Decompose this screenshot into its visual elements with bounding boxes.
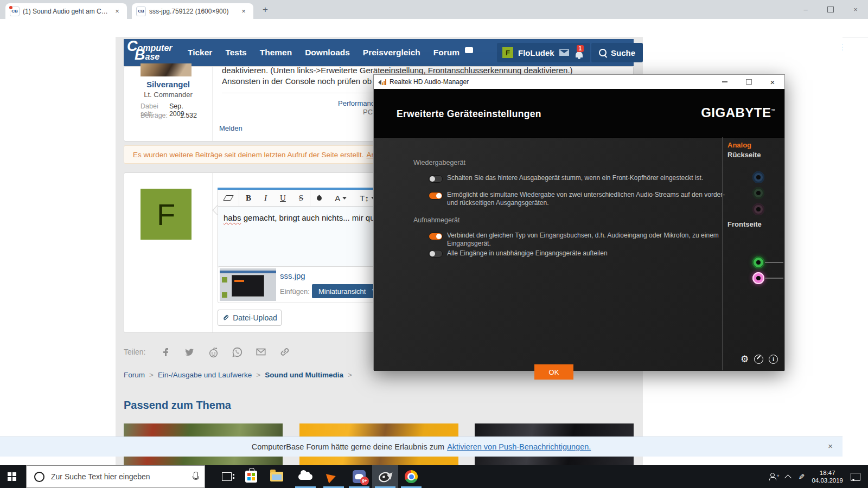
discord-button[interactable]: 9+ xyxy=(346,465,372,488)
speaker-app-icon xyxy=(378,79,386,86)
tab-close-icon[interactable]: × xyxy=(239,7,248,15)
microsoft-store-button[interactable] xyxy=(238,465,264,488)
browser-tab-2[interactable]: CB sss-jpg.759122 (868×488) × xyxy=(132,3,253,19)
tray-chevron-up-icon[interactable] xyxy=(784,474,792,481)
people-icon[interactable]: + xyxy=(769,473,778,480)
misspelled-word: habs xyxy=(224,213,241,222)
separate-inputs-label: Alle Eingänge in unabhängige Eingangsger… xyxy=(447,249,729,258)
twitter-icon[interactable] xyxy=(183,346,195,358)
permalink-icon[interactable] xyxy=(279,346,291,358)
insert-label: Einfügen: xyxy=(280,287,310,296)
separate-inputs-toggle[interactable] xyxy=(429,250,443,258)
computerbase-logo[interactable]: Computer Base xyxy=(127,42,173,61)
simultaneous-playback-toggle[interactable] xyxy=(429,192,443,200)
file-upload-button[interactable]: Datei-Upload xyxy=(218,310,282,326)
realtek-audio-manager-window: Realtek HD Audio-Manager × Erweiterte Ge… xyxy=(373,74,785,370)
report-link[interactable]: Melden xyxy=(219,124,242,132)
browser-tab-1[interactable]: CB (1) Sound Audio geht am Compu × xyxy=(5,3,127,19)
rear-linein-jack-icon[interactable] xyxy=(752,171,764,183)
realtek-taskbar-button[interactable] xyxy=(372,465,398,488)
thumbnail-insert-button[interactable]: Miniaturansicht xyxy=(312,284,372,298)
tab-title: (1) Sound Audio geht am Compu xyxy=(23,8,110,15)
notifications-button[interactable]: 1 xyxy=(574,47,585,59)
attachment-thumbnail[interactable] xyxy=(220,268,276,301)
reddit-icon[interactable] xyxy=(207,346,219,358)
messages-icon[interactable] xyxy=(559,49,569,56)
store-icon xyxy=(245,471,257,483)
start-button[interactable] xyxy=(8,472,16,481)
wrench-icon[interactable] xyxy=(754,355,763,364)
posts-value: 1.532 xyxy=(180,112,197,119)
system-tray: + ✎ 18:47 04.03.2019 xyxy=(769,465,868,488)
site-search-button[interactable]: Suche xyxy=(591,43,643,62)
mute-rear-toggle[interactable] xyxy=(429,175,443,183)
maximize-icon[interactable] xyxy=(818,0,843,19)
push-permission-banner: ComputerBase Forum hätte gerne deine Erl… xyxy=(0,436,843,457)
remove-format-button[interactable] xyxy=(218,195,239,201)
folder-icon xyxy=(270,472,283,481)
ok-button[interactable]: OK xyxy=(534,364,573,380)
file-explorer-button[interactable] xyxy=(264,465,290,488)
breadcrumb-current[interactable]: Sound und Multimedia xyxy=(265,371,343,379)
nav-item-downloads[interactable]: Downloads xyxy=(305,48,350,57)
new-tab-button[interactable]: + xyxy=(263,4,268,15)
breadcrumb-forum[interactable]: Forum xyxy=(124,371,145,379)
whatsapp-icon[interactable] xyxy=(231,346,243,358)
info-icon[interactable] xyxy=(769,355,778,364)
facebook-icon[interactable] xyxy=(159,346,171,358)
nav-item-tests[interactable]: Tests xyxy=(225,48,246,57)
eraser-icon xyxy=(223,195,234,201)
banner-close-icon[interactable]: × xyxy=(828,441,833,451)
realtek-titlebar[interactable]: Realtek HD Audio-Manager × xyxy=(374,75,784,89)
ink-pen-icon[interactable]: ✎ xyxy=(797,473,806,480)
user-menu[interactable]: F FloLudek 1 xyxy=(497,43,590,62)
underline-button[interactable]: U xyxy=(273,194,292,203)
bold-button[interactable]: B xyxy=(239,194,258,203)
realtek-close-icon[interactable]: × xyxy=(761,75,784,89)
realtek-maximize-icon[interactable] xyxy=(737,75,761,89)
italic-button[interactable]: I xyxy=(258,194,273,203)
realtek-dialog-header: Erweiterte Geräteeinstellungen GIGABYTE™ xyxy=(374,89,784,137)
author-avatar[interactable] xyxy=(141,63,192,76)
tab-close-icon[interactable]: × xyxy=(113,7,122,15)
text-color-button[interactable] xyxy=(310,196,328,201)
share-label: Teilen: xyxy=(124,348,145,356)
settings-gear-icon[interactable]: ⚙ xyxy=(741,355,749,364)
email-icon[interactable] xyxy=(255,346,267,358)
font-family-button[interactable]: A xyxy=(328,194,353,203)
taskbar-clock[interactable]: 18:47 04.03.2019 xyxy=(812,469,843,484)
app-button-orange[interactable] xyxy=(321,465,347,488)
breadcrumb-category[interactable]: Ein-/Ausgabe und Laufwerke xyxy=(158,371,252,379)
task-view-button[interactable] xyxy=(214,465,240,488)
paperclip-icon xyxy=(222,314,229,322)
simultaneous-playback-label: Ermöglicht die simultane Wiedergabe von … xyxy=(447,191,729,207)
strikethrough-button[interactable]: S xyxy=(292,194,310,203)
rear-lineout-jack-icon[interactable] xyxy=(752,187,764,199)
user-avatar: F xyxy=(502,47,513,58)
attachment-filename[interactable]: sss.jpg xyxy=(280,271,305,280)
merge-inputs-toggle[interactable] xyxy=(429,233,443,240)
front-mic-jack-icon[interactable] xyxy=(752,272,764,284)
nav-item-themen[interactable]: Themen xyxy=(260,48,292,57)
analog-tab-label[interactable]: Analog xyxy=(727,141,751,149)
author-rank: Lt. Commander xyxy=(124,91,212,99)
signature-line1[interactable]: Performance xyxy=(338,99,378,107)
rear-mic-jack-icon[interactable] xyxy=(752,203,764,215)
onedrive-button[interactable] xyxy=(292,465,318,488)
merge-inputs-label: Verbindet den gleichen Typ von Eingangsb… xyxy=(447,232,729,248)
nav-item-preisvergleich[interactable]: Preisvergleich xyxy=(363,48,420,57)
realtek-minimize-icon[interactable] xyxy=(713,75,737,89)
chrome-button[interactable] xyxy=(398,465,424,488)
action-center-icon[interactable] xyxy=(851,473,860,481)
computerbase-favicon: CB xyxy=(136,7,146,16)
microphone-icon[interactable] xyxy=(194,472,198,479)
minimize-icon[interactable]: – xyxy=(793,0,818,19)
close-icon[interactable]: × xyxy=(843,0,868,19)
author-name[interactable]: Silverangel xyxy=(124,80,212,89)
nav-item-forum[interactable]: Forum xyxy=(433,48,459,57)
discord-badge: 9+ xyxy=(360,477,369,485)
enable-push-link[interactable]: Aktivieren von Push-Benachrichtigungen. xyxy=(447,442,591,451)
taskbar-search[interactable]: Zur Suche Text hier eingeben xyxy=(26,465,205,488)
nav-item-ticker[interactable]: Ticker xyxy=(188,48,212,57)
front-headphone-jack-icon[interactable] xyxy=(752,256,764,268)
